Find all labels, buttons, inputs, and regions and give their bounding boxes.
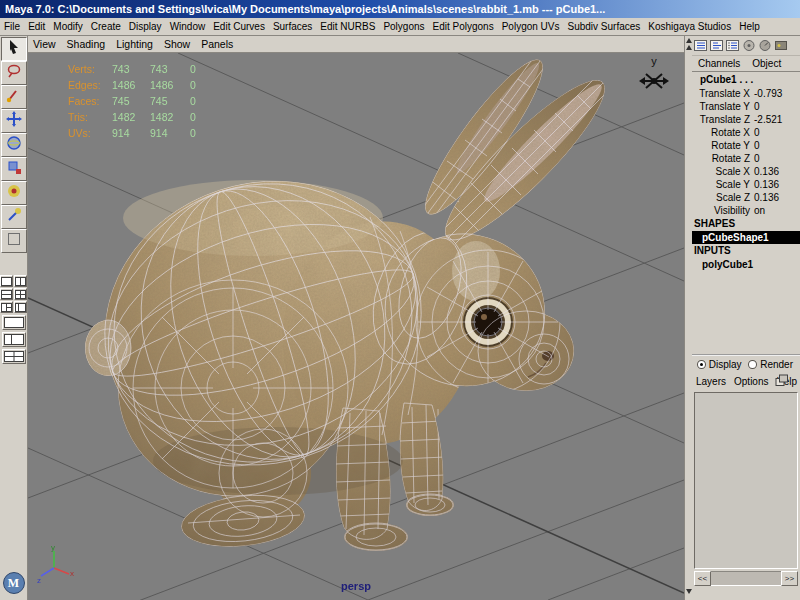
menu-edit-nurbs[interactable]: Edit NURBS [316,21,379,32]
hud-value: 0 [190,125,214,141]
tab-channels[interactable]: Channels [692,58,746,69]
menu-file[interactable]: File [0,21,24,32]
layout-split-button[interactable] [2,332,26,347]
channel-value[interactable]: 0.136 [754,191,800,204]
menu-edit-curves[interactable]: Edit Curves [209,21,269,32]
menu-koshigaya-studios[interactable]: Koshigaya Studios [644,21,735,32]
rotate-tool-button[interactable] [1,133,27,157]
panel-menu-shading[interactable]: Shading [67,38,106,50]
layout-persp-button[interactable] [2,315,26,330]
channel-value[interactable]: on [754,204,800,217]
move-tool-button[interactable] [1,109,27,133]
menu-subdiv-surfaces[interactable]: Subdiv Surfaces [563,21,644,32]
channel-value[interactable]: -0.793 [754,87,800,100]
title-bar[interactable]: Maya 7.0: C:\Documents and Settings\Ivic… [0,0,800,18]
lasso-tool-button[interactable] [1,61,27,85]
channel-value[interactable]: 0 [754,126,800,139]
scroll-right-button[interactable]: >> [781,571,798,586]
hud-row-verts: Verts: 743 743 0 [68,61,214,77]
channel-label: Visibility [692,204,754,217]
render-radio[interactable] [748,360,757,369]
menu-modify[interactable]: Modify [49,21,86,32]
dial-icon-1[interactable] [742,39,756,52]
paint-select-tool-button[interactable] [1,85,27,109]
hud-label: Verts: [68,61,112,77]
channel-row: Scale X 0.136 [692,165,800,178]
menu-window[interactable]: Window [166,21,210,32]
channel-label: Rotate Z [692,152,754,165]
menu-help[interactable]: Help [735,21,764,32]
list-icon-2[interactable] [710,39,724,52]
panel-menu-show[interactable]: Show [164,38,190,50]
hud-row-edges: Edges: 1486 1486 0 [68,77,214,93]
menu-edit[interactable]: Edit [24,21,49,32]
input-node-row[interactable]: polyCube1 [692,258,800,272]
collapse-up-icon[interactable] [686,45,692,50]
panel-menu-lighting[interactable]: Lighting [116,38,153,50]
node-name[interactable]: pCube1 . . . [692,72,800,87]
channel-value[interactable]: 0.136 [754,178,800,191]
select-tool-button[interactable] [1,37,27,61]
menu-display[interactable]: Display [125,21,166,32]
tab-object[interactable]: Object [746,58,787,69]
layout-two-pane-side-button[interactable] [14,275,27,287]
soft-mod-tool-icon [6,183,22,203]
panel-menu-bar: View Shading Lighting Show Panels [28,36,684,53]
list-icon-3[interactable] [726,39,740,52]
channel-value[interactable]: 0 [754,100,800,113]
collapse-up-icon[interactable] [686,38,692,43]
shape-node-row[interactable]: pCubeShape1 [692,231,800,244]
scale-tool-button[interactable] [1,157,27,181]
channel-row: Scale Z 0.136 [692,191,800,204]
menu-polygon-uvs[interactable]: Polygon UVs [498,21,564,32]
show-manipulator-tool-button[interactable] [1,205,27,229]
hud-value: 743 [112,61,150,77]
menu-options[interactable]: Options [734,376,768,387]
soft-mod-tool-button[interactable] [1,181,27,205]
toolbox: M [0,36,28,600]
menu-layers[interactable]: Layers [696,376,726,387]
panel-divider[interactable] [684,36,692,600]
channel-box-panel: Channels Object pCube1 . . . Translate X… [692,36,800,600]
dial-icon-2[interactable] [758,39,772,52]
paint-select-tool-icon [6,87,22,107]
channel-value[interactable]: -2.521 [754,113,800,126]
channel-value[interactable]: 0 [754,152,800,165]
menu-surfaces[interactable]: Surfaces [269,21,316,32]
new-layer-icon[interactable] [775,374,788,389]
last-tool-button[interactable] [1,229,27,253]
channel-box-tabs: Channels Object [692,56,800,72]
lasso-tool-icon [6,63,22,83]
channel-value[interactable]: 0 [754,139,800,152]
display-radio[interactable] [697,360,706,369]
layout-four-pane-button[interactable] [14,288,27,300]
menu-polygons[interactable]: Polygons [379,21,428,32]
hud-row-tris: Tris: 1482 1482 0 [68,109,214,125]
menu-create[interactable]: Create [87,21,125,32]
list-icon-1[interactable] [694,39,708,52]
hud-value: 0 [190,109,214,125]
channel-row: Translate Y 0 [692,100,800,113]
layout-outliner-persp-button[interactable] [14,301,27,313]
hud-value: 1482 [150,109,190,125]
layout-three-pane-button[interactable] [0,301,13,313]
hud-label: Tris: [68,109,112,125]
key-icon[interactable] [774,39,788,52]
display-radio-label: Display [709,359,742,370]
panel-menu-view[interactable]: View [33,38,56,50]
menu-edit-polygons[interactable]: Edit Polygons [429,21,498,32]
layer-list[interactable] [694,392,798,569]
scroll-left-button[interactable]: << [694,571,711,586]
layer-editor: Display Render Layers Options Help << >> [692,354,800,600]
perspective-viewport: View Shading Lighting Show Panels [28,36,684,600]
scroll-track[interactable] [711,571,781,586]
layout-single-pane-button[interactable] [0,275,13,287]
layout-quad-button[interactable] [2,349,26,364]
layout-two-pane-stacked-button[interactable] [0,288,13,300]
panel-menu-panels[interactable]: Panels [201,38,233,50]
rotate-tool-icon [6,135,22,155]
channel-row: Rotate Z 0 [692,152,800,165]
hud-value: 745 [150,93,190,109]
viewport-canvas[interactable]: Verts: 743 743 0 Edges: 1486 1486 0 Face… [28,53,684,600]
channel-value[interactable]: 0.136 [754,165,800,178]
